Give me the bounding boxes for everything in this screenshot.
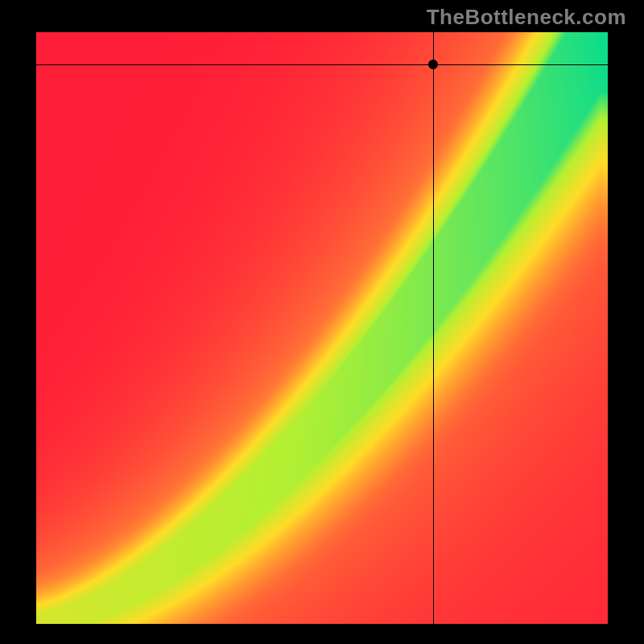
heatmap-plot bbox=[36, 32, 608, 624]
crosshair-horizontal-line bbox=[36, 64, 608, 65]
crosshair-vertical-line bbox=[433, 32, 434, 624]
crosshair-marker bbox=[428, 60, 438, 69]
chart-stage: TheBottleneck.com bbox=[0, 0, 644, 644]
heatmap-canvas bbox=[36, 32, 608, 624]
watermark-text: TheBottleneck.com bbox=[427, 5, 626, 30]
